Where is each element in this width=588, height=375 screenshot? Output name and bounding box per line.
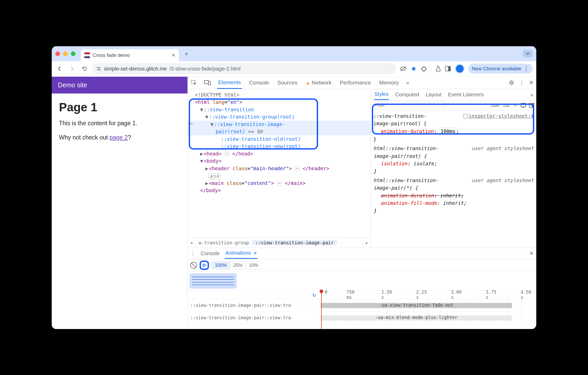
main-line[interactable]: ▶<main class="content"> ⋯ </main>	[188, 179, 371, 187]
close-animations-icon[interactable]: ✕	[253, 251, 257, 256]
site-header: Demo site	[52, 77, 187, 93]
devtools-close-icon[interactable]: ✕	[529, 80, 534, 86]
header-line[interactable]: ▶<header class="main-header"> ⋯ </header…	[188, 165, 371, 172]
device-toggle-icon[interactable]	[204, 80, 211, 85]
timeline-row-2[interactable]: ::view-transition-image-pair::view-tra -…	[188, 312, 536, 324]
profile-avatar[interactable]	[455, 64, 465, 74]
breadcrumb: ◂ w-transition-group ::view-transition-i…	[188, 237, 371, 248]
cls-toggle[interactable]: .cls	[502, 103, 510, 108]
html-open-line[interactable]: <html lang="en">	[188, 98, 371, 106]
row1-name: ::view-transition-image-pair::view-tra	[188, 303, 320, 308]
drawer-close-icon[interactable]: ✕	[529, 250, 534, 256]
page-body: Page 1 This is the content for page 1. W…	[52, 93, 187, 154]
update-chrome-button[interactable]: New Chrome available ⋮	[468, 64, 533, 74]
vt-new-line[interactable]: ::view-transition-new(root)	[188, 143, 371, 150]
drawer-console-tab[interactable]: Console	[200, 248, 220, 259]
update-chrome-label: New Chrome available	[472, 66, 521, 72]
browser-tab[interactable]: Cross fade demo ✕	[81, 49, 179, 61]
minimize-window-button[interactable]	[63, 51, 68, 56]
labs-icon[interactable]	[435, 66, 441, 72]
tab-console[interactable]: Console	[248, 77, 270, 88]
speed-100[interactable]: 100%	[212, 262, 230, 269]
tab-network-label: Network	[312, 80, 331, 85]
vt-group-line[interactable]: ▼::view-transition-group(root)	[188, 113, 371, 121]
forward-button[interactable]	[68, 64, 77, 73]
favicon-icon	[84, 52, 90, 58]
browser-toolbar: simple-set-demos.glitch.me/2-slow-cross-…	[52, 61, 536, 77]
timeline-row-1[interactable]: ::view-transition-image-pair::view-tra -…	[188, 299, 536, 312]
clear-animations-icon[interactable]	[190, 262, 197, 269]
tab-elements[interactable]: Elements	[217, 77, 242, 89]
site-settings-icon[interactable]	[96, 66, 101, 71]
rule2-prop[interactable]: isolation: isolate;	[373, 160, 534, 167]
rule3-prop2[interactable]: animation-fill-mode: inherit;	[373, 199, 534, 207]
panel-toggle-icon[interactable]	[529, 103, 534, 108]
styles-tab-layout[interactable]: Layout	[425, 90, 442, 100]
inspect-icon[interactable]	[190, 80, 198, 85]
visibility-off-icon[interactable]	[400, 66, 406, 72]
window-chevron-button[interactable]	[523, 50, 533, 58]
styles-overflow-icon[interactable]: »	[530, 92, 533, 98]
crumb-right-icon[interactable]: ▸	[363, 238, 371, 248]
animations-body: ↻ 0 750 ms 1.50 s 2.25 s 3.00 s 3.75 s 4…	[188, 272, 536, 329]
device-icon[interactable]	[521, 103, 526, 108]
doctype-line[interactable]: <!DOCTYPE html>	[188, 91, 371, 99]
page2-link[interactable]: page 2	[110, 134, 128, 141]
crumb-left-icon[interactable]: ◂	[188, 238, 195, 248]
devtools-more-icon[interactable]: ⋮	[519, 80, 524, 86]
grid-badge[interactable]: grid	[188, 172, 371, 179]
animation-group-thumb[interactable]	[190, 274, 236, 288]
devtools-panel: Elements Console Sources ▲ Network Perfo…	[187, 77, 536, 329]
close-tab-icon[interactable]: ✕	[171, 52, 175, 58]
hov-toggle[interactable]: :hov	[490, 103, 499, 108]
vt-old-line[interactable]: ::view-transition-old(root)	[188, 135, 371, 143]
body-open-line[interactable]: ▼<body>	[188, 157, 371, 165]
vt-image-pair-line[interactable]: ▼::view-transition-image-	[188, 121, 371, 128]
vt-image-pair-line-b[interactable]: pair(root) == $0	[188, 128, 371, 135]
head-line[interactable]: ▶<head> ⋯ </head>	[188, 150, 371, 158]
rule1-prop[interactable]: animation-duration: 100ms;	[373, 127, 534, 135]
reload-button[interactable]	[80, 64, 89, 73]
close-window-button[interactable]	[55, 51, 60, 56]
overflow-dots-icon[interactable]: ⋯	[190, 121, 193, 126]
vt-line[interactable]: ▼::view-transition	[188, 106, 371, 113]
new-tab-button[interactable]: ＋	[183, 49, 190, 58]
rule3-prop1[interactable]: animation-duration: inherit;	[373, 192, 534, 199]
styles-tab-styles[interactable]: Styles	[374, 89, 389, 100]
styles-tab-computed[interactable]: Computed	[395, 90, 419, 100]
speed-selector: 100% 25% 10%	[212, 261, 262, 269]
new-rule-icon[interactable]: ＋	[513, 102, 518, 109]
url-bar[interactable]: simple-set-demos.glitch.me/2-slow-cross-…	[93, 63, 396, 74]
play-pause-button[interactable]	[200, 261, 209, 270]
tick-0: 0	[325, 290, 327, 300]
crumb-2[interactable]: ::view-transition-image-pair	[252, 240, 337, 245]
drawer-menu-icon[interactable]: ⋮	[190, 250, 195, 256]
playhead[interactable]	[321, 291, 322, 329]
body-close-line[interactable]: </body>	[188, 187, 371, 194]
maximize-window-button[interactable]	[71, 51, 76, 56]
tab-network[interactable]: ▲ Network	[305, 77, 333, 88]
rule1-close: }	[373, 136, 534, 143]
settings-gear-icon[interactable]	[509, 80, 514, 85]
crumb-1[interactable]: w-transition-group	[195, 240, 252, 245]
styles-filter-input[interactable]	[373, 101, 445, 109]
drawer-animations-tab[interactable]: Animations ✕	[225, 248, 258, 259]
rule1-source[interactable]: inspector-stylesheet:4	[463, 112, 534, 120]
dom-tree[interactable]: <!DOCTYPE html> <html lang="en"> ▼::view…	[188, 89, 371, 237]
menu-more-icon[interactable]: ⋮	[523, 65, 529, 72]
tab-memory[interactable]: Memory	[378, 77, 400, 88]
tab-performance[interactable]: Performance	[339, 77, 372, 88]
tabs-overflow-icon[interactable]: »	[406, 80, 409, 86]
animation-timeline[interactable]: ↻ 0 750 ms 1.50 s 2.25 s 3.00 s 3.75 s 4…	[188, 290, 536, 329]
bookmark-star-icon[interactable]	[411, 66, 417, 72]
styles-tab-listeners[interactable]: Event Listeners	[448, 90, 484, 100]
extensions-icon[interactable]	[421, 66, 427, 72]
styles-rules[interactable]: inspector-stylesheet:4::view-transition-…	[371, 111, 536, 216]
speed-25[interactable]: 25%	[230, 262, 246, 269]
timeline-ticks: 0 750 ms 1.50 s 2.25 s 3.00 s 3.75 s 4.5…	[320, 290, 536, 300]
back-button[interactable]	[55, 64, 64, 73]
panel-icon[interactable]	[445, 66, 451, 71]
tab-sources[interactable]: Sources	[276, 77, 298, 88]
replay-icon[interactable]: ↻	[313, 292, 316, 298]
speed-10[interactable]: 10%	[246, 262, 261, 269]
